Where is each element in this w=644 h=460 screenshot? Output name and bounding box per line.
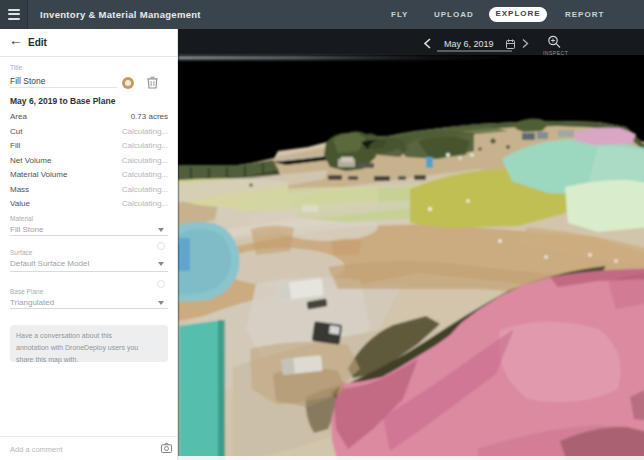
svg-text:INSPECT: INSPECT [543, 50, 569, 56]
svg-text:May 6, 2019: May 6, 2019 [444, 39, 494, 49]
